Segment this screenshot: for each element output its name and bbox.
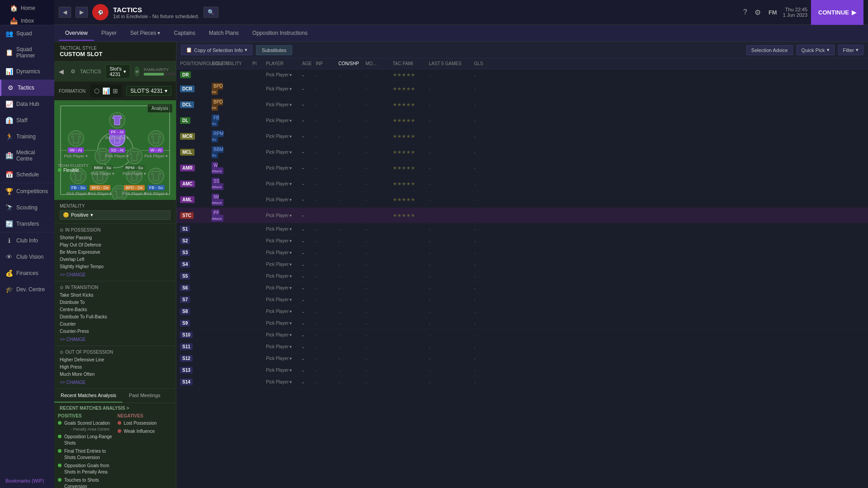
- table-row[interactable]: DCL BPDDe Pick Player ▾ - - - - ★★★★★ - …: [176, 97, 868, 113]
- cell-player[interactable]: Pick Player ▾: [266, 227, 302, 232]
- table-row[interactable]: S1 Pick Player ▾ - - - - - -: [176, 223, 868, 235]
- sidebar-item-squad[interactable]: 👥 Squad: [0, 25, 54, 42]
- sidebar-item-transfers[interactable]: 🔄 Transfers: [0, 216, 54, 232]
- sidebar-item-club-vision[interactable]: 👁 Club Vision: [0, 249, 54, 265]
- player-dropdown-icon[interactable]: ▾: [289, 227, 292, 232]
- pitch-chart-button[interactable]: 📊: [102, 87, 110, 95]
- player-dropdown-icon[interactable]: ▾: [289, 332, 292, 337]
- copy-selection-dropdown[interactable]: 📋 Copy of Selection Info ▾: [181, 45, 252, 55]
- player-lw[interactable]: W - At Pick Player▾: [144, 130, 168, 158]
- sidebar-item-inbox[interactable]: 📥 Inbox: [5, 16, 50, 25]
- st-pick[interactable]: Pick Player▾: [105, 136, 129, 140]
- analysis-tab-past[interactable]: Past Meetings: [123, 389, 167, 403]
- sidebar-item-finances[interactable]: 💰 Finances: [0, 265, 54, 281]
- out-of-possession-change-btn[interactable]: >> CHANGE: [60, 380, 171, 385]
- player-dropdown-icon[interactable]: ▾: [289, 297, 292, 302]
- tab-match-plans[interactable]: Match Plans: [203, 26, 245, 41]
- back-button[interactable]: ◀: [59, 7, 71, 18]
- cell-player[interactable]: Pick Player ▾: [266, 118, 302, 123]
- col-tac[interactable]: TAC FAMI: [393, 61, 429, 66]
- cell-player[interactable]: Pick Player ▾: [266, 344, 302, 349]
- player-dropdown-icon[interactable]: ▾: [289, 166, 292, 171]
- cell-player[interactable]: Pick Player ▾: [266, 297, 302, 302]
- cell-player[interactable]: Pick Player ▾: [266, 213, 302, 218]
- cell-player[interactable]: Pick Player ▾: [266, 368, 302, 373]
- selection-advice-button[interactable]: Selection Advice: [746, 45, 793, 55]
- player-dropdown-icon[interactable]: ▾: [289, 250, 292, 255]
- cell-player[interactable]: Pick Player ▾: [266, 250, 302, 255]
- rw-pick[interactable]: Pick Player▾: [64, 154, 88, 158]
- table-row[interactable]: S12 Pick Player ▾ - - - - - -: [176, 353, 868, 365]
- table-row[interactable]: S10 Pick Player ▾ - - - - - -: [176, 329, 868, 341]
- tab-overview[interactable]: Overview: [59, 26, 94, 41]
- rcb-pick[interactable]: Pick Player▾: [88, 191, 112, 196]
- player-dropdown-icon[interactable]: ▾: [289, 368, 292, 373]
- table-row[interactable]: S4 Pick Player ▾ - - - - - -: [176, 259, 868, 270]
- analysis-tab-recent[interactable]: Recent Matches Analysis: [54, 389, 123, 403]
- lcb-pick[interactable]: Pick Player▾: [123, 191, 146, 196]
- sidebar-item-squad-planner[interactable]: 📋 Squad Planner: [0, 42, 54, 63]
- player-dropdown-icon[interactable]: ▾: [289, 285, 292, 290]
- quick-pick-dropdown[interactable]: Quick Pick ▾: [797, 45, 835, 55]
- table-row[interactable]: AML IWAttack Pick Player ▾ - - - - ★★★★★…: [176, 192, 868, 208]
- cell-player[interactable]: Pick Player ▾: [266, 274, 302, 279]
- player-dropdown-icon[interactable]: ▾: [289, 356, 292, 361]
- table-row[interactable]: S14 Pick Player ▾ - - - - - -: [176, 376, 868, 388]
- col-role[interactable]: ROLE ABILITY: [212, 61, 252, 66]
- cell-player[interactable]: Pick Player ▾: [266, 134, 302, 139]
- sidebar-item-club-info[interactable]: ℹ Club Info: [0, 232, 54, 249]
- slot-select-dropdown[interactable]: Slot's 4231 ▾: [105, 64, 130, 79]
- player-rw[interactable]: IW - At Pick Player▾: [64, 130, 88, 158]
- sidebar-home-inbox[interactable]: 🏠 Home 📥 Inbox: [0, 0, 54, 25]
- col-mo[interactable]: MO...: [365, 61, 393, 66]
- col-gls[interactable]: GLS: [474, 61, 492, 66]
- cell-player[interactable]: Pick Player ▾: [266, 332, 302, 337]
- substitutes-button[interactable]: Substitutes: [256, 45, 292, 55]
- table-row[interactable]: S6 Pick Player ▾ - - - - - -: [176, 282, 868, 294]
- sidebar-item-scouting[interactable]: 🔭 Scouting: [0, 199, 54, 216]
- cell-player[interactable]: Pick Player ▾: [266, 238, 302, 243]
- sidebar-item-medical[interactable]: 🏥 Medical Centre: [0, 145, 54, 166]
- table-row[interactable]: AMC SSAttack Pick Player ▾ - - - - ★★★★★…: [176, 176, 868, 192]
- table-row[interactable]: DL FBSu Pick Player ▾ - - - - ★★★★★ - -: [176, 113, 868, 128]
- lw-pick[interactable]: Pick Player▾: [144, 154, 168, 158]
- sidebar-item-dev-centre[interactable]: 🎓 Dev. Centre: [0, 281, 54, 298]
- cell-player[interactable]: Pick Player ▾: [266, 285, 302, 290]
- sidebar-item-training[interactable]: 🏃 Training: [0, 128, 54, 145]
- settings-icon-button[interactable]: ⚙: [753, 6, 763, 19]
- cell-player[interactable]: Pick Player ▾: [266, 309, 302, 314]
- in-transition-change-btn[interactable]: >> CHANGE: [60, 337, 171, 342]
- sidebar-item-schedule[interactable]: 📅 Schedule: [0, 166, 54, 183]
- sidebar-item-tactics[interactable]: ⚙ Tactics: [0, 80, 54, 96]
- rmc-pick[interactable]: Pick Player▾: [91, 171, 114, 176]
- tab-captains[interactable]: Captains: [167, 26, 201, 41]
- table-row[interactable]: S3 Pick Player ▾ - - - - - -: [176, 247, 868, 259]
- rb-pick[interactable]: Pick Player▾: [66, 191, 90, 196]
- bookmarks-label[interactable]: Bookmarks (WiP): [0, 474, 54, 488]
- cell-player[interactable]: Pick Player ▾: [266, 166, 302, 171]
- lb-pick[interactable]: Pick Player▾: [144, 191, 168, 196]
- cell-player[interactable]: Pick Player ▾: [266, 72, 302, 77]
- col-pi[interactable]: PI: [252, 61, 266, 66]
- forward-button[interactable]: ▶: [76, 7, 88, 18]
- analysis-button[interactable]: Analysis: [147, 104, 172, 113]
- cell-player[interactable]: Pick Player ▾: [266, 150, 302, 155]
- col-con[interactable]: CON/SHP: [338, 61, 365, 66]
- player-dropdown-icon[interactable]: ▾: [289, 274, 292, 279]
- filter-dropdown[interactable]: Filter ▾: [838, 45, 863, 55]
- cell-player[interactable]: Pick Player ▾: [266, 379, 302, 384]
- player-dropdown-icon[interactable]: ▾: [289, 197, 292, 202]
- col-age[interactable]: AGE: [302, 61, 316, 66]
- table-row[interactable]: S8 Pick Player ▾ - - - - - -: [176, 306, 868, 317]
- table-row[interactable]: S11 Pick Player ▾ - - - - - -: [176, 341, 868, 353]
- player-dropdown-icon[interactable]: ▾: [289, 150, 292, 155]
- table-row[interactable]: STC PFAttack Pick Player ▾ - - - - ★★★★★…: [176, 208, 868, 223]
- table-row[interactable]: S5 Pick Player ▾ - - - - - -: [176, 270, 868, 282]
- player-dropdown-icon[interactable]: ▾: [289, 86, 292, 91]
- player-dropdown-icon[interactable]: ▾: [289, 321, 292, 326]
- table-row[interactable]: S2 Pick Player ▾ - - - - - -: [176, 235, 868, 247]
- player-dropdown-icon[interactable]: ▾: [289, 72, 292, 77]
- collapse-panel-button[interactable]: ◀: [59, 68, 64, 75]
- tab-player[interactable]: Player: [95, 26, 123, 41]
- player-dropdown-icon[interactable]: ▾: [289, 379, 292, 384]
